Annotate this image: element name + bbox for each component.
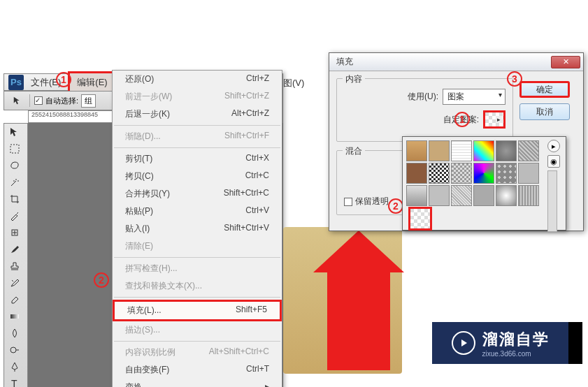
annotation-arrow-icon: [313, 231, 404, 370]
auto-select-mode[interactable]: 组: [81, 94, 96, 108]
eyedropper-tool[interactable]: [5, 208, 24, 224]
pattern-scrollbar[interactable]: [547, 170, 557, 232]
menu-stroke[interactable]: 描边(S)...: [113, 321, 282, 339]
menu-transform[interactable]: 变换▸: [113, 379, 282, 387]
edit-menu-dropdown: 还原(O)Ctrl+Z 前进一步(W)Shift+Ctrl+Z 后退一步(K)A…: [112, 70, 282, 387]
menu-fade[interactable]: 渐隐(D)...Shift+Ctrl+F: [113, 128, 282, 145]
eraser-tool[interactable]: [5, 292, 24, 307]
pattern-selected[interactable]: [408, 207, 432, 231]
pattern-option[interactable]: [406, 140, 427, 161]
watermark-url: zixue.3d66.com: [482, 350, 550, 358]
annotation-2b: 2: [388, 198, 403, 214]
pattern-option[interactable]: [496, 163, 517, 184]
svg-rect-0: [10, 145, 19, 153]
svg-text:T: T: [11, 378, 17, 387]
pattern-option[interactable]: [473, 140, 494, 161]
menu-paste[interactable]: 粘贴(P)Ctrl+V: [113, 203, 282, 220]
watermark-bar: [568, 322, 582, 364]
toolbox: T: [3, 123, 28, 387]
menu-undo[interactable]: 还原(O)Ctrl+Z: [113, 71, 282, 88]
svg-rect-2: [10, 314, 19, 319]
pattern-option[interactable]: [451, 140, 472, 161]
cancel-button[interactable]: 取消: [519, 103, 570, 120]
annotation-1: 1: [56, 72, 71, 87]
type-tool[interactable]: T: [5, 376, 24, 387]
annotation-3: 3: [507, 71, 522, 87]
pattern-option[interactable]: [518, 185, 539, 206]
content-group: 内容 使用(U): 图案 自定图案:: [336, 78, 513, 142]
use-label: 使用(U):: [408, 91, 438, 103]
gradient-tool[interactable]: [5, 309, 24, 324]
brush-tool[interactable]: [5, 242, 24, 257]
menu-cut[interactable]: 剪切(T)Ctrl+X: [113, 150, 282, 168]
marquee-tool[interactable]: [5, 141, 24, 156]
auto-select-label: 自动选择:: [45, 96, 78, 106]
pen-tool[interactable]: [5, 359, 24, 374]
dialog-title: 填充: [336, 56, 353, 68]
preserve-trans-checkbox[interactable]: [344, 198, 352, 206]
blend-group-label: 混合: [343, 145, 365, 157]
ps-logo-icon: Ps: [8, 75, 24, 90]
annotation-1b: 1: [454, 112, 470, 127]
preserve-trans-label: 保留透明: [355, 196, 389, 207]
pattern-option[interactable]: [496, 185, 517, 206]
pattern-option[interactable]: [429, 185, 450, 206]
pattern-option[interactable]: [429, 163, 450, 184]
history-brush-tool[interactable]: [5, 275, 24, 291]
menu-spell[interactable]: 拼写检查(H)...: [113, 260, 282, 277]
menu-fill[interactable]: 填充(L)...Shift+F5: [113, 300, 282, 321]
menu-clear[interactable]: 清除(E): [113, 238, 282, 255]
pattern-option[interactable]: [451, 163, 472, 184]
wand-tool[interactable]: [5, 175, 24, 190]
svg-point-3: [10, 347, 16, 353]
menu-paste-into[interactable]: 贴入(I)Shift+Ctrl+V: [113, 220, 282, 238]
pattern-option[interactable]: [429, 140, 450, 161]
menu-edit[interactable]: 编辑(E): [68, 71, 116, 94]
menu-find[interactable]: 查找和替换文本(X)...: [113, 277, 282, 295]
lasso-tool[interactable]: [5, 158, 24, 173]
menu-free-transform[interactable]: 自由变换(F)Ctrl+T: [113, 361, 282, 379]
pattern-option[interactable]: [406, 163, 427, 184]
menu-image-partial[interactable]: 图(V): [283, 77, 304, 89]
menu-copy-merged[interactable]: 合并拷贝(Y)Shift+Ctrl+C: [113, 185, 282, 203]
auto-select-checkbox[interactable]: [34, 96, 43, 105]
pattern-option[interactable]: [406, 185, 427, 206]
crop-tool[interactable]: [5, 191, 24, 207]
blur-tool[interactable]: [5, 326, 24, 341]
annotation-2: 2: [94, 272, 109, 288]
pattern-option[interactable]: [473, 185, 494, 206]
menu-content-aware[interactable]: 内容识别比例Alt+Shift+Ctrl+C: [113, 344, 282, 361]
menu-step-backward[interactable]: 后退一步(K)Alt+Ctrl+Z: [113, 105, 282, 123]
close-button[interactable]: ✕: [551, 56, 580, 68]
use-select[interactable]: 图案: [443, 89, 505, 105]
pattern-swatch-button[interactable]: [483, 110, 505, 129]
pattern-option[interactable]: [518, 163, 539, 184]
move-tool-icon[interactable]: [10, 93, 25, 108]
menu-copy[interactable]: 拷贝(C)Ctrl+C: [113, 168, 282, 185]
watermark-title: 溜溜自学: [482, 329, 550, 350]
pattern-menu-button[interactable]: ▸: [547, 140, 560, 152]
watermark: 溜溜自学 zixue.3d66.com: [432, 322, 568, 364]
move-tool[interactable]: [5, 124, 24, 140]
ok-button[interactable]: 确定: [519, 81, 570, 98]
menu-step-forward[interactable]: 前进一步(W)Shift+Ctrl+Z: [113, 88, 282, 105]
content-group-label: 内容: [343, 73, 365, 85]
healing-tool[interactable]: [5, 225, 24, 240]
pattern-option[interactable]: [518, 140, 539, 161]
dodge-tool[interactable]: [5, 342, 24, 358]
watermark-play-icon: [452, 331, 475, 355]
pattern-option[interactable]: [451, 185, 472, 206]
pattern-picker: ▸ ◉: [402, 136, 566, 231]
pattern-option[interactable]: [496, 140, 517, 161]
dialog-titlebar[interactable]: 填充 ✕: [329, 53, 583, 71]
pattern-new-button[interactable]: ◉: [547, 155, 560, 168]
stamp-tool[interactable]: [5, 258, 24, 274]
pattern-option[interactable]: [473, 163, 494, 184]
